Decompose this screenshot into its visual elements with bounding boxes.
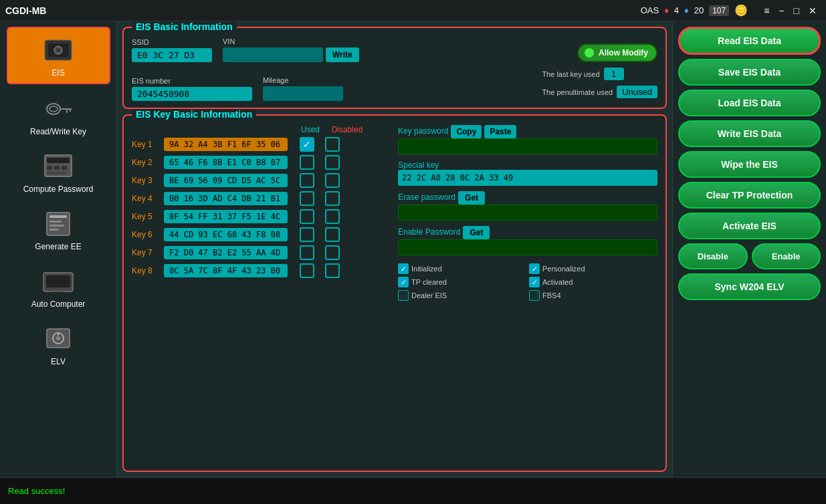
key-used-section: The last key used 1 The penultimate used… [542,68,657,101]
key4-bytes: B0 16 3D AD C4 DB 21 B1 [164,192,288,205]
compute-password-label: Compute Password [23,184,94,194]
key7-used-checkbox[interactable] [300,245,314,260]
key7-disabled-checkbox[interactable] [325,245,340,260]
initialized-checkbox[interactable]: ✓ [398,263,409,274]
sidebar-item-compute-password[interactable]: Compute Password [7,144,110,199]
erase-password-label: Erase password [398,193,455,202]
key4-used-checkbox[interactable] [300,191,314,206]
sidebar-item-generate-ee[interactable]: Generate EE [7,202,110,257]
write-button[interactable]: Write [326,47,359,62]
content-area: EIS Basic Information SSID E0 3C 27 D3 V… [117,21,672,477]
allow-modify-section: Allow Modify [577,43,657,62]
eis-label: EIS [51,68,64,78]
table-row: Key 3 BE 69 56 09 CD D5 AC 5C [132,173,391,188]
allow-modify-toggle[interactable]: Allow Modify [577,43,657,62]
table-row: Key 7 F2 D0 47 B2 E2 55 AA 4D [132,245,391,260]
mileage-field: Mileage [263,76,343,101]
key6-used-checkbox[interactable] [300,227,314,242]
disable-button[interactable]: Disable [678,243,748,269]
table-row: Key 1 9A 32 A4 3B F1 6F 35 06 ✓ [132,137,391,152]
key-password-label: Key password [398,126,448,136]
key-basic-info-title: EIS Key Basic Information [132,109,256,120]
diamond-red-icon: ♦ [664,5,669,15]
activated-checkbox[interactable]: ✓ [529,277,540,287]
menu-button[interactable]: ≡ [760,4,773,17]
key6-disabled-checkbox[interactable] [325,227,340,242]
svg-rect-19 [49,229,59,231]
key-password-section: Key password Copy Paste [398,125,657,154]
key8-bytes: 8C 5A 7C 8F 4F 43 23 B0 [164,264,288,277]
sidebar-item-auto-computer[interactable]: Auto Computer [7,259,110,314]
key2-label: Key 2 [132,158,159,167]
svg-rect-14 [47,172,67,174]
erase-password-header: Erase password Get [398,191,657,205]
key4-disabled-checkbox[interactable] [325,191,340,206]
key3-bytes: BE 69 56 09 CD D5 AC 5C [164,174,288,187]
enable-get-button[interactable]: Get [463,226,490,239]
penultimate-label: The penultimate used [542,88,613,96]
sidebar-item-read-write-key[interactable]: Read/Write Key [7,87,110,142]
erase-get-button[interactable]: Get [458,191,485,205]
enable-button[interactable]: Enable [752,243,821,269]
tp-cleared-checkbox[interactable]: ✓ [398,277,409,287]
svg-point-25 [56,336,60,340]
key3-disabled-checkbox[interactable] [325,173,340,188]
sidebar-item-elv[interactable]: ELV [7,317,110,372]
eis-icon [38,33,78,67]
svg-rect-13 [62,166,67,170]
save-eis-button[interactable]: Save EIS Data [678,59,821,86]
read-eis-button[interactable]: Read EIS Data [678,27,821,55]
titlebar: CGDI-MB OAS ♦ 4 ♦ 20 107 🪙 ≡ − □ ✕ [0,0,826,21]
activate-eis-button[interactable]: Activate EIS [678,213,821,239]
key1-used-checkbox[interactable]: ✓ [300,137,314,152]
maximize-button[interactable]: □ [790,4,803,17]
key5-label: Key 5 [132,212,159,221]
eis-number-value: 2045450908 [132,87,252,101]
fbs4-checkbox[interactable] [529,290,540,301]
key-list: Used Disabled Key 1 9A 32 A4 3B F1 6F 35… [132,125,391,301]
clear-tp-button[interactable]: Clear TP Protection [678,182,821,209]
key8-used-checkbox[interactable] [300,263,314,278]
wipe-eis-button[interactable]: Wipe the EIS [678,151,821,178]
paste-button[interactable]: Paste [484,125,516,138]
dealer-eis-checkbox[interactable] [398,290,409,301]
key-password-header: Key password Copy Paste [398,125,657,138]
eis-basic-info-title: EIS Basic Information [132,21,237,32]
key1-label: Key 1 [132,140,159,149]
key2-used-checkbox[interactable] [300,155,314,170]
sidebar-item-eis[interactable]: EIS [7,27,110,84]
compute-password-icon [38,150,78,183]
copy-button[interactable]: Copy [451,125,482,138]
load-eis-button[interactable]: Load EIS Data [678,90,821,116]
elv-icon [38,322,78,356]
sync-w204-button[interactable]: Sync W204 ELV [678,273,821,300]
key-column-headers: Used Disabled [132,125,391,134]
right-panel: Read EIS Data Save EIS Data Load EIS Dat… [672,21,826,477]
erase-password-section: Erase password Get [398,191,657,221]
personalized-label: Personalized [542,265,585,273]
app-title: CGDI-MB [5,5,641,16]
key5-used-checkbox[interactable] [300,209,314,224]
write-eis-button[interactable]: Write EIS Data [678,120,821,147]
coin-icon: 🪙 [734,4,748,17]
disabled-header: Disabled [327,125,367,134]
enable-password-value [398,239,657,255]
key1-disabled-checkbox[interactable] [325,137,340,152]
used-header: Used [294,125,327,134]
key3-used-checkbox[interactable] [300,173,314,188]
read-write-key-icon [38,92,78,126]
svg-rect-12 [54,166,60,170]
last-key-row: The last key used 1 [542,68,657,80]
eis-number-field: EIS number 2045450908 [132,77,252,101]
minimize-button[interactable]: − [775,4,788,17]
key7-bytes: F2 D0 47 B2 E2 55 AA 4D [164,246,288,259]
key2-disabled-checkbox[interactable] [325,155,340,170]
vin-field: VIN Write [223,37,359,62]
key5-disabled-checkbox[interactable] [325,209,340,224]
personalized-checkbox[interactable]: ✓ [529,263,540,274]
close-button[interactable]: ✕ [805,4,821,17]
last-key-value: 1 [604,68,624,80]
svg-rect-21 [46,275,70,287]
key8-disabled-checkbox[interactable] [325,263,340,278]
status-checkboxes: ✓ Initialized ✓ Personalized ✓ TP cleare… [398,263,657,301]
